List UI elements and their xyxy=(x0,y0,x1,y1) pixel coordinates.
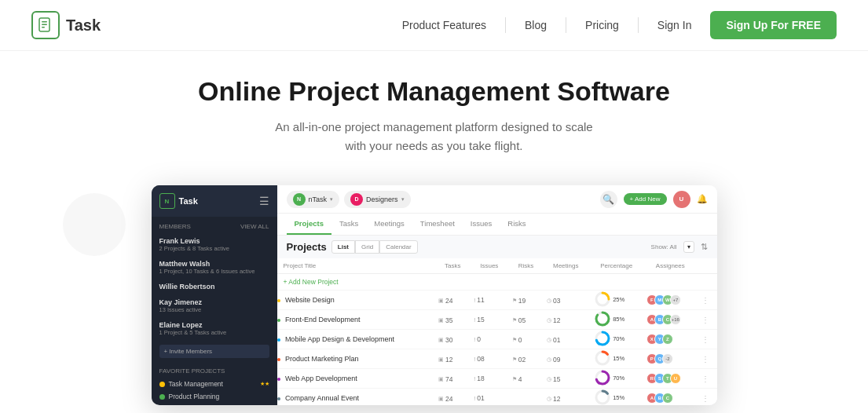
view-all-link[interactable]: View All xyxy=(240,223,269,230)
table-header-row: Project Title Tasks Issues Risks Meeting… xyxy=(277,258,717,274)
projects-toolbar: Projects List Grid Calendar Show: All ▾ … xyxy=(277,236,717,258)
app-screenshot: N Task ☰ MEMBERS View All Frank Lewis 2 … xyxy=(152,185,717,405)
meetings-cell: ◷ 12 xyxy=(547,389,594,406)
sidebar-logo-icon: N xyxy=(159,193,175,209)
tab-tasks[interactable]: Tasks xyxy=(331,214,366,235)
progress-ring xyxy=(594,310,611,327)
nav-blog[interactable]: Blog xyxy=(512,13,559,38)
risks-cell: ⚑ 05 xyxy=(512,310,547,330)
logo-icon xyxy=(31,11,60,39)
sign-up-button[interactable]: Sign Up For FREE xyxy=(710,11,837,39)
percentage-cell: 70% xyxy=(594,369,650,389)
project-indicator xyxy=(277,299,280,302)
member-item[interactable]: Matthew Walsh 1 Project, 10 Tasks & 6 Is… xyxy=(152,256,277,279)
tab-meetings[interactable]: Meetings xyxy=(366,214,412,235)
search-button[interactable]: 🔍 xyxy=(600,191,617,208)
fav-item[interactable]: Marketing xyxy=(159,403,269,405)
hero-title: Online Project Management Software xyxy=(16,76,852,107)
favorites-title: FAVORITE PROJECTS xyxy=(159,367,269,375)
tab-issues[interactable]: Issues xyxy=(463,214,500,235)
row-actions-icon[interactable]: ⋮ xyxy=(701,394,709,403)
row-actions-icon[interactable]: ⋮ xyxy=(701,355,709,364)
progress-ring xyxy=(594,291,611,308)
tab-risks[interactable]: Risks xyxy=(500,214,533,235)
member-item[interactable]: Frank Lewis 2 Projects & 8 Tasks active xyxy=(152,233,277,256)
logo-link[interactable]: Task xyxy=(31,11,101,39)
col-actions xyxy=(701,258,717,274)
app-topbar: N nTask ▾ D Designers ▾ 🔍 + Add New U 🔔 xyxy=(277,185,717,214)
issues-cell: ! 18 xyxy=(474,369,512,389)
fav-item[interactable]: Product Planning xyxy=(159,390,269,403)
sidebar-logo-text: Task xyxy=(179,196,198,206)
table-row: Front-End Development ▣ 35 ! 15 ⚑ 05 ◷ 1… xyxy=(277,310,717,330)
tasks-cell: ▣ 35 xyxy=(438,310,474,330)
tab-timesheet[interactable]: Timesheet xyxy=(412,214,463,235)
show-select[interactable]: ▾ xyxy=(683,241,694,253)
favorites-section: FAVORITE PROJECTS Task Management ★★ Pro… xyxy=(152,363,277,405)
main-content: N nTask ▾ D Designers ▾ 🔍 + Add New U 🔔 xyxy=(277,185,717,405)
star-icon: ★★ xyxy=(260,381,269,387)
row-actions-icon[interactable]: ⋮ xyxy=(701,296,709,305)
risks-cell: ⚑ 0 xyxy=(512,330,547,349)
sidebar-logo-letter: N xyxy=(165,198,170,205)
calendar-view-button[interactable]: Calendar xyxy=(379,240,417,254)
percentage-cell: 70% xyxy=(594,330,650,349)
row-actions-icon[interactable]: ⋮ xyxy=(701,375,709,383)
member-item[interactable]: Kay Jimenez 13 Issues active xyxy=(152,294,277,317)
notifications-bell-icon[interactable]: 🔔 xyxy=(697,194,708,204)
nav-product-features[interactable]: Product Features xyxy=(390,13,499,38)
nav-tabs: Projects Tasks Meetings Timesheet Issues… xyxy=(277,214,717,236)
row-actions-icon[interactable]: ⋮ xyxy=(701,335,709,344)
list-view-button[interactable]: List xyxy=(331,240,355,254)
assignees-cell: A B C xyxy=(650,389,701,406)
meetings-cell: ◷ 12 xyxy=(547,310,594,330)
projects-data-table: Project Title Tasks Issues Risks Meeting… xyxy=(277,258,717,405)
member-item[interactable]: Willie Robertson xyxy=(152,279,277,294)
action-cell: ⋮ xyxy=(701,369,717,389)
project-indicator xyxy=(277,319,280,322)
col-issues: Issues xyxy=(474,258,512,274)
hero-section: Online Project Management Software An al… xyxy=(0,51,868,171)
nav-divider-2 xyxy=(566,17,566,33)
assignees-cell: A B C +16 xyxy=(650,310,701,330)
meetings-cell: ◷ 15 xyxy=(547,369,594,389)
logo-text: Task xyxy=(66,16,101,35)
nav-pricing[interactable]: Pricing xyxy=(573,13,632,38)
add-project-row[interactable]: + Add New Project xyxy=(277,274,717,291)
project-indicator xyxy=(277,338,280,342)
filter-icon[interactable]: ⇅ xyxy=(701,242,708,252)
nav-sign-in[interactable]: Sign In xyxy=(645,13,705,38)
nav-divider-1 xyxy=(505,17,506,33)
team-chip[interactable]: N nTask ▾ xyxy=(287,191,340,208)
hamburger-icon[interactable]: ☰ xyxy=(259,195,269,207)
svg-rect-3 xyxy=(42,27,45,28)
fav-item[interactable]: Task Management ★★ xyxy=(159,378,269,390)
topbar-actions: 🔍 + Add New U 🔔 xyxy=(600,191,708,208)
site-header: Task Product Features Blog Pricing Sign … xyxy=(0,0,868,51)
risks-cell: ⚑ 02 xyxy=(512,349,547,369)
issues-cell: ! 0 xyxy=(474,330,512,349)
workspace-chips: N nTask ▾ D Designers ▾ xyxy=(287,191,411,208)
sidebar-header: N Task ☰ xyxy=(152,185,277,217)
fav-dot xyxy=(159,394,165,400)
table-row: Web App Development ▣ 74 ! 18 ⚑ 4 ◷ 15 xyxy=(277,369,717,389)
tab-projects[interactable]: Projects xyxy=(287,214,332,235)
risks-cell: ⚑ 19 xyxy=(512,291,547,310)
row-actions-icon[interactable]: ⋮ xyxy=(701,316,709,324)
progress-ring xyxy=(594,330,611,347)
project-name-cell: Front-End Development xyxy=(277,310,423,330)
invite-members-button[interactable]: + Invite Members xyxy=(159,345,269,358)
tasks-cell: ▣ 24 xyxy=(438,291,474,310)
projects-title: Projects xyxy=(287,241,327,253)
add-new-button[interactable]: + Add New xyxy=(624,193,667,205)
workspace-chip[interactable]: D Designers ▾ xyxy=(344,191,411,208)
svg-point-7 xyxy=(596,312,609,325)
assignees-cell: F M W +7 xyxy=(650,291,701,310)
table-row: Company Annual Event ▣ 24 ! 01 ◷ 12 xyxy=(277,389,717,406)
fav-dot xyxy=(159,382,165,387)
user-avatar[interactable]: U xyxy=(673,191,690,208)
grid-view-button[interactable]: Grid xyxy=(355,240,379,254)
assignees-cell: P Q -2 xyxy=(650,349,701,369)
action-cell: ⋮ xyxy=(701,389,717,406)
member-item[interactable]: Elaine Lopez 1 Project & 5 Tasks active xyxy=(152,317,277,340)
